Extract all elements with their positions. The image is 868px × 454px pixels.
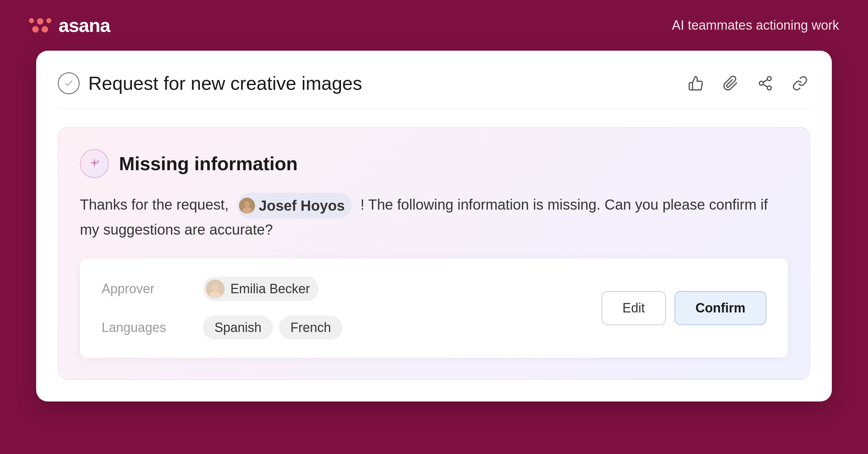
sparkle-icon bbox=[87, 156, 102, 171]
svg-line-4 bbox=[763, 80, 768, 82]
ai-panel-title: Missing information bbox=[119, 153, 298, 175]
user-avatar-josef bbox=[239, 198, 255, 214]
share-button[interactable] bbox=[755, 73, 775, 93]
thumbs-up-button[interactable] bbox=[686, 73, 706, 93]
svg-point-12 bbox=[212, 284, 219, 291]
language-chip-spanish: Spanish bbox=[203, 316, 273, 340]
ai-message: Thanks for the request, Josef Hoyos ! Th… bbox=[80, 193, 788, 240]
main-card: Request for new creative images bbox=[36, 51, 832, 402]
message-before: Thanks for the request, bbox=[80, 197, 229, 213]
languages-row: Languages Spanish French bbox=[102, 316, 342, 340]
task-title-row: Request for new creative images bbox=[58, 72, 362, 94]
ai-card: Missing information Thanks for the reque… bbox=[58, 127, 810, 380]
edit-button[interactable]: Edit bbox=[601, 291, 666, 325]
svg-point-1 bbox=[760, 81, 763, 85]
confirm-button-wrapper: Confirm bbox=[675, 291, 766, 325]
approver-avatar-image bbox=[206, 279, 225, 298]
approver-avatar bbox=[206, 279, 225, 298]
dot-bottom-left bbox=[32, 26, 39, 33]
header: asana AI teammates actioning work bbox=[0, 0, 868, 51]
languages-value: Spanish French bbox=[203, 316, 342, 340]
language-chip-french: French bbox=[279, 316, 342, 340]
user-chip: Josef Hoyos bbox=[237, 193, 352, 219]
svg-point-0 bbox=[767, 77, 771, 81]
header-tagline: AI teammates actioning work bbox=[672, 18, 839, 33]
attachment-button[interactable] bbox=[720, 73, 741, 93]
user-name: Josef Hoyos bbox=[259, 195, 345, 217]
svg-point-8 bbox=[244, 201, 250, 207]
task-actions bbox=[686, 73, 810, 93]
languages-label: Languages bbox=[102, 320, 181, 335]
thumbs-up-icon bbox=[688, 75, 704, 91]
dot-top-right bbox=[46, 18, 51, 23]
user-avatar-image bbox=[239, 198, 255, 214]
dot-top-center bbox=[37, 18, 43, 25]
approver-value: Emilia Becker bbox=[203, 277, 319, 301]
approver-label: Approver bbox=[102, 281, 181, 297]
logo-text: asana bbox=[59, 14, 110, 36]
info-card: Approver Emilia Becker bbox=[80, 258, 788, 358]
ai-sparkle-icon bbox=[80, 149, 109, 178]
task-header: Request for new creative images bbox=[58, 72, 810, 109]
checkmark-icon bbox=[64, 78, 74, 88]
logo: asana bbox=[29, 14, 110, 36]
approver-chip: Emilia Becker bbox=[203, 277, 319, 301]
ai-card-header: Missing information bbox=[80, 149, 788, 178]
approver-name: Emilia Becker bbox=[230, 281, 310, 297]
confirm-button[interactable]: Confirm bbox=[675, 291, 766, 325]
svg-point-2 bbox=[767, 86, 771, 90]
action-buttons: Edit Confirm bbox=[601, 291, 766, 325]
share-icon bbox=[757, 75, 773, 91]
approver-row: Approver Emilia Becker bbox=[102, 277, 342, 301]
link-button[interactable] bbox=[790, 73, 810, 93]
dot-bottom-right bbox=[42, 26, 48, 33]
dot-top-left bbox=[29, 18, 34, 23]
asana-dots bbox=[29, 18, 51, 33]
svg-line-3 bbox=[763, 84, 768, 87]
link-icon bbox=[792, 75, 808, 91]
info-rows: Approver Emilia Becker bbox=[102, 277, 342, 340]
paperclip-icon bbox=[723, 75, 739, 91]
task-title: Request for new creative images bbox=[88, 72, 362, 94]
asana-logo-icon bbox=[29, 18, 53, 33]
task-complete-icon[interactable] bbox=[58, 72, 80, 94]
